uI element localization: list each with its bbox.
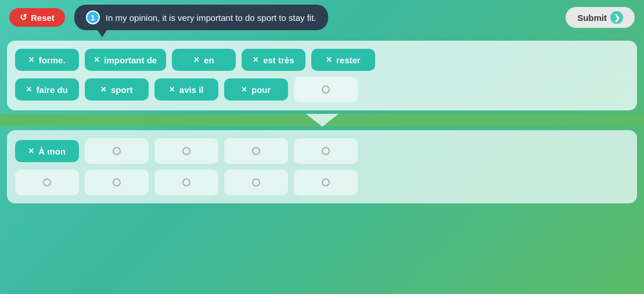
speech-bubble: 1 In my opinion, it is very important to… xyxy=(74,5,328,30)
empty-circle xyxy=(322,85,330,94)
empty-circle xyxy=(322,178,330,187)
bubble-number: 1 xyxy=(86,10,100,24)
answer-empty-1[interactable] xyxy=(85,138,149,164)
submit-label: Submit xyxy=(577,13,607,23)
tile-faire-du[interactable]: × faire du xyxy=(15,78,79,101)
answer-empty-3[interactable] xyxy=(224,138,288,164)
answer-row-2 xyxy=(15,170,629,195)
top-bar: ↺ Reset 1 In my opinion, it is very impo… xyxy=(0,0,644,35)
tile-label: forme. xyxy=(39,55,66,65)
answer-empty-5[interactable] xyxy=(15,170,79,195)
close-icon: × xyxy=(326,55,332,65)
tile-pour[interactable]: × pour xyxy=(224,78,288,101)
tile-label: en xyxy=(204,55,214,65)
empty-circle xyxy=(182,178,190,187)
tile-label: rester xyxy=(336,55,361,65)
close-icon: × xyxy=(26,84,31,95)
tile-avis-il[interactable]: × avis il xyxy=(154,78,218,101)
answer-row-1: × À mon xyxy=(15,138,629,164)
tile-label: important de xyxy=(104,55,157,65)
tile-label: À mon xyxy=(38,146,66,156)
tile-label: pour xyxy=(251,85,271,95)
empty-circle xyxy=(182,147,190,155)
tile-empty-1[interactable] xyxy=(294,77,358,102)
tile-est-tres[interactable]: × est très xyxy=(242,49,305,71)
tile-label: faire du xyxy=(37,85,68,95)
word-bank-row-1: × forme. × important de × en × est très … xyxy=(15,49,629,71)
close-icon: × xyxy=(253,55,258,65)
word-bank-row-2: × faire du × sport × avis il × pour xyxy=(15,77,629,102)
answer-empty-8[interactable] xyxy=(224,170,288,195)
answer-empty-9[interactable] xyxy=(294,170,358,195)
empty-circle xyxy=(113,178,121,187)
submit-button[interactable]: Submit ❯ xyxy=(566,7,635,28)
tile-sport[interactable]: × sport xyxy=(85,78,149,101)
close-icon: × xyxy=(28,55,34,65)
close-icon: × xyxy=(169,84,174,95)
tile-forme[interactable]: × forme. xyxy=(15,49,79,71)
tile-important-de[interactable]: × important de xyxy=(85,49,166,71)
close-icon: × xyxy=(101,84,106,95)
close-icon: × xyxy=(194,55,199,65)
reset-button[interactable]: ↺ Reset xyxy=(9,8,65,27)
answer-empty-2[interactable] xyxy=(154,138,218,164)
tile-en[interactable]: × en xyxy=(172,49,236,71)
close-icon: × xyxy=(28,146,34,156)
reset-icon: ↺ xyxy=(20,12,27,23)
close-icon: × xyxy=(94,55,99,65)
answer-empty-4[interactable] xyxy=(294,138,358,164)
tile-label: sport xyxy=(111,85,133,95)
empty-circle xyxy=(252,147,260,155)
empty-circle xyxy=(252,178,260,187)
tile-label: est très xyxy=(263,55,294,65)
reset-label: Reset xyxy=(31,13,55,23)
answer-empty-6[interactable] xyxy=(85,170,149,195)
empty-circle xyxy=(113,147,121,155)
tile-label: avis il xyxy=(179,85,204,95)
answer-empty-7[interactable] xyxy=(154,170,218,195)
tile-rester[interactable]: × rester xyxy=(311,49,375,71)
empty-circle xyxy=(43,178,51,187)
speech-text: In my opinion, it is very important to d… xyxy=(106,13,316,23)
answer-tile-a-mon[interactable]: × À mon xyxy=(15,140,79,162)
empty-circle xyxy=(322,147,330,155)
chevron-right-icon: ❯ xyxy=(610,11,623,24)
close-icon: × xyxy=(242,84,247,95)
